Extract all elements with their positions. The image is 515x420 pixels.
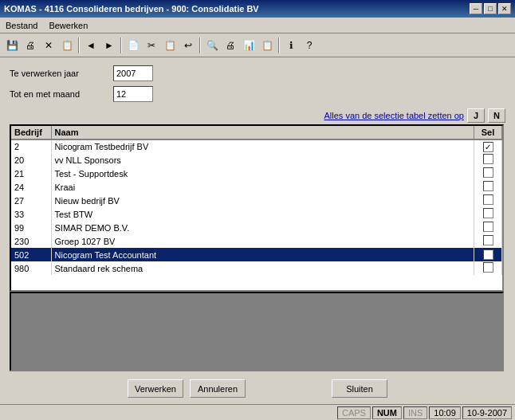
selection-text[interactable]: Alles van de selectie tabel zetten op: [324, 111, 464, 120]
toolbar-back[interactable]: ◄: [82, 37, 100, 54]
cell-sel[interactable]: [474, 234, 502, 248]
date-display: 10-9-2007: [462, 406, 512, 419]
cell-bedrijf: 33: [11, 207, 51, 221]
table-row[interactable]: 502Nicogram Test Accountant: [11, 248, 502, 261]
toolbar-copy[interactable]: 📋: [58, 37, 76, 54]
toolbar-paste[interactable]: 📋: [161, 37, 179, 54]
toolbar-sep2: [120, 37, 122, 53]
table-row[interactable]: 2Nicogram Testbedrijf BV: [11, 139, 502, 153]
status-bar: CAPS NUM INS 10:09 10-9-2007: [0, 404, 515, 420]
toolbar-undo[interactable]: ↩: [179, 37, 197, 54]
toolbar-sep1: [78, 37, 80, 53]
cell-naam: Test BTW: [51, 207, 474, 221]
menu-bewerken[interactable]: Bewerken: [46, 20, 90, 31]
checkbox-icon[interactable]: [483, 142, 493, 152]
toolbar-help[interactable]: ?: [301, 37, 318, 54]
ins-indicator: INS: [403, 406, 427, 419]
col-naam: Naam: [51, 126, 474, 139]
month-input[interactable]: [113, 86, 153, 102]
cell-naam: Nicogram Testbedrijf BV: [51, 139, 474, 153]
toolbar-search[interactable]: 🔍: [203, 37, 221, 54]
checkbox-icon[interactable]: [483, 262, 493, 273]
gray-area: [10, 292, 504, 371]
table-row[interactable]: 21Test - Supportdesk: [11, 167, 502, 180]
table-row[interactable]: 24Kraai: [11, 180, 502, 194]
cell-sel[interactable]: [474, 180, 502, 194]
toolbar-cut[interactable]: ✂: [143, 37, 160, 54]
toolbar-print[interactable]: 🖨: [22, 37, 39, 54]
toolbar-page[interactable]: 📄: [124, 37, 142, 54]
main-content: Te verwerken jaar Tot en met maand Alles…: [0, 57, 515, 404]
cell-sel[interactable]: [474, 261, 502, 275]
toolbar-list[interactable]: 📋: [258, 37, 276, 54]
toolbar-new[interactable]: 💾: [3, 37, 21, 54]
col-sel: Sel: [474, 126, 502, 139]
year-row: Te verwerken jaar: [10, 65, 505, 81]
verwerken-button[interactable]: Verwerken: [128, 379, 183, 398]
checkbox-icon[interactable]: [483, 154, 493, 164]
table-row[interactable]: 230Groep 1027 BV: [11, 234, 502, 248]
checkbox-icon[interactable]: [483, 249, 493, 260]
col-bedrijf: Bedrijf: [11, 126, 51, 139]
cell-sel[interactable]: [474, 167, 502, 180]
toolbar-sep3: [199, 37, 201, 53]
cell-naam: SIMAR DEMO B.V.: [51, 221, 474, 234]
cell-sel[interactable]: [474, 139, 502, 153]
maximize-button[interactable]: □: [484, 3, 497, 14]
cell-bedrijf: 2: [11, 139, 51, 153]
cell-naam: Test - Supportdesk: [51, 167, 474, 180]
checkbox-icon[interactable]: [483, 181, 493, 191]
toolbar-chart[interactable]: 📊: [240, 37, 258, 54]
year-input[interactable]: [113, 65, 153, 81]
toolbar-delete[interactable]: ✕: [40, 37, 57, 54]
month-row: Tot en met maand: [10, 86, 505, 102]
annuleren-button[interactable]: Annuleren: [190, 379, 246, 398]
cell-naam: Standaard rek schema: [51, 261, 474, 275]
checkbox-icon[interactable]: [483, 208, 493, 218]
cell-naam: Nieuw bedrijf BV: [51, 194, 474, 207]
cell-naam: Groep 1027 BV: [51, 234, 474, 248]
cell-bedrijf: 20: [11, 153, 51, 167]
select-all-j-button[interactable]: J: [467, 108, 485, 123]
cell-naam: Kraai: [51, 180, 474, 194]
table-row[interactable]: 33Test BTW: [11, 207, 502, 221]
checkbox-icon[interactable]: [483, 222, 493, 232]
year-label: Te verwerken jaar: [10, 69, 113, 78]
table-row[interactable]: 99SIMAR DEMO B.V.: [11, 221, 502, 234]
toolbar-info[interactable]: ℹ: [282, 37, 300, 54]
checkbox-icon[interactable]: [483, 235, 493, 245]
time-display: 10:09: [429, 406, 461, 419]
cell-naam: vv NLL Sponsors: [51, 153, 474, 167]
checkbox-icon[interactable]: [483, 167, 493, 178]
companies-table-container[interactable]: Bedrijf Naam Sel 2Nicogram Testbedrijf B…: [10, 124, 504, 292]
cell-bedrijf: 99: [11, 221, 51, 234]
menu-bestand[interactable]: Bestand: [3, 20, 40, 31]
checkbox-icon[interactable]: [483, 194, 493, 205]
cell-sel[interactable]: [474, 153, 502, 167]
cell-sel[interactable]: [474, 194, 502, 207]
cell-bedrijf: 24: [11, 180, 51, 194]
minimize-button[interactable]: ─: [470, 3, 482, 14]
toolbar-sep4: [278, 37, 280, 53]
title-bar: KOMAS - 4116 Consolideren bedrijven - 90…: [0, 0, 515, 18]
table-header-row: Bedrijf Naam Sel: [11, 126, 502, 139]
table-row[interactable]: 20vv NLL Sponsors: [11, 153, 502, 167]
cell-sel[interactable]: [474, 248, 502, 261]
toolbar-print2[interactable]: 🖨: [222, 37, 239, 54]
caps-indicator: CAPS: [337, 406, 371, 419]
select-all-n-button[interactable]: N: [488, 108, 505, 123]
title-bar-buttons: ─ □ ✕: [470, 3, 511, 14]
close-button[interactable]: ✕: [498, 3, 511, 14]
table-row[interactable]: 980Standaard rek schema: [11, 261, 502, 275]
toolbar-forward[interactable]: ►: [100, 37, 118, 54]
window-title: KOMAS - 4116 Consolideren bedrijven - 90…: [4, 4, 259, 14]
table-row[interactable]: 27Nieuw bedrijf BV: [11, 194, 502, 207]
cell-sel[interactable]: [474, 221, 502, 234]
companies-table: Bedrijf Naam Sel 2Nicogram Testbedrijf B…: [11, 126, 502, 275]
cell-bedrijf: 21: [11, 167, 51, 180]
month-label: Tot en met maand: [10, 89, 113, 99]
sluiten-button[interactable]: Sluiten: [332, 379, 387, 398]
cell-bedrijf: 502: [11, 248, 51, 261]
cell-bedrijf: 230: [11, 234, 51, 248]
cell-sel[interactable]: [474, 207, 502, 221]
